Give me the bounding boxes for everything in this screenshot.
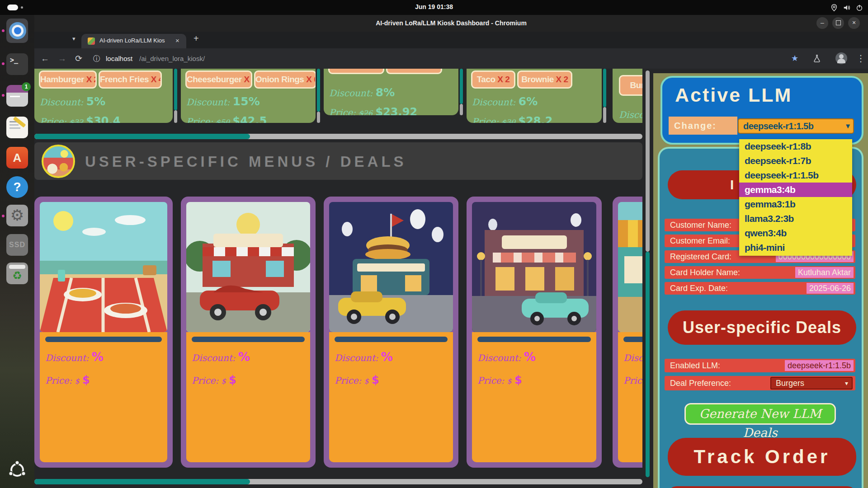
running-dot [2,62,5,65]
deal-info-panel: Discount: % Price: $ $ [618,332,642,462]
deals-section-header: USER-SPECIFIC MENUS / DEALS [34,142,642,180]
tab-strip: ▾ AI-driven LoRa/LLM Kios × + [34,32,868,48]
generate-deals-button[interactable]: Generate New LLM Deals [684,403,836,425]
reload-button[interactable]: ⟳ [75,48,82,69]
tab-close-icon[interactable]: × [175,37,179,44]
deal-card[interactable]: Discount: % Price: $ $ [467,197,602,468]
avatar-body [837,59,845,63]
minimize-button[interactable]: – [816,17,828,29]
deal-card[interactable]: Discount: % Price: $ $ [324,197,458,468]
dock-chromium-icon[interactable] [6,19,28,43]
card-scrollbar-track[interactable] [460,104,463,115]
back-button[interactable]: ← [41,48,49,69]
order-card: Cheeseburger X 2 Onion Rings X 6 Discoun… [181,69,316,123]
horizontal-scrollbar-thumb[interactable] [34,479,250,484]
field-label: Customer Name: [665,221,731,230]
dock-ssd-drive-icon[interactable]: SSD [6,234,28,256]
dock-text-editor-icon[interactable] [6,117,28,138]
deal-progress-bar [623,337,642,342]
running-dot [2,94,5,97]
vertical-scrollbar-thumb[interactable] [646,252,650,477]
experiments-flask-icon[interactable] [813,54,821,62]
card-exp-row[interactable]: Card Exp. Date: 2025-06-26 [665,282,855,295]
horizontal-scrollbar-track[interactable] [34,134,642,139]
llm-select-value: deepseek-r1:1.5b [743,121,813,131]
horizontal-scrollbar-track[interactable] [34,479,642,484]
card-holder-row[interactable]: Card Holder Name: Kutluhan Aktar [665,266,855,279]
url-host[interactable]: localhost [106,48,132,69]
partial-bottom-button[interactable] [668,486,856,488]
active-llm-box: Active LLM Change: deepseek-r1:1.5b ▾ [660,76,863,145]
deal-card[interactable]: Discount: % Price: $ $ [613,197,642,468]
dock-terminal-icon[interactable]: >_ [6,53,28,75]
deal-info-panel: Discount: % Price: $ $ [472,332,596,462]
llm-option-highlighted[interactable]: gemma3:4b [739,183,852,197]
card-scrollbar[interactable] [317,69,320,112]
browser-tab[interactable]: AI-driven LoRa/LLM Kios × [81,34,186,48]
dock-help-icon[interactable]: ? [6,176,28,198]
dock-settings-icon[interactable]: ⚙ [6,205,28,226]
chevron-down-icon: ▾ [845,378,848,389]
item-tag: Onion Rings X 6 [254,70,316,89]
power-icon[interactable] [855,4,863,12]
track-order-button[interactable]: Track Order [668,438,856,476]
llm-option[interactable]: deepseek-r1:8b [739,139,852,154]
card-scrollbar[interactable] [460,69,463,104]
card-scrollbar[interactable] [603,69,606,107]
deal-progress-bar [335,337,448,342]
item-tag: Taco X 2 [471,70,515,89]
llm-option[interactable]: qwen3:4b [739,226,852,240]
menus-scroll-area: Hamburger X 2 French Fries X 4 Discount:… [34,69,642,488]
url-path[interactable]: /ai_driven_lora_kiosk/ [139,48,205,69]
field-label: Enabled LLM: [665,361,720,370]
bookmark-star-icon[interactable]: ★ [791,48,798,69]
dock: >_ 1 A ? ⚙ SSD ♻ [0,15,34,488]
chevron-down-icon: ▾ [846,119,849,133]
dock-trash-icon[interactable]: ♻ [6,263,28,284]
deal-image [472,202,596,332]
change-label: Change: [669,117,737,135]
card-scrollbar[interactable] [174,69,177,110]
deal-image [618,202,642,332]
deal-progress-bar [45,337,162,342]
field-value: Kutluhan Aktar [795,267,854,278]
deal-preference-select[interactable]: Burgers ▾ [770,377,853,389]
user-specific-deals-button[interactable]: User-specific Deals [668,310,856,345]
menu-kebab-icon[interactable]: ⋮ [856,48,865,69]
vertical-scrollbar-track[interactable] [646,70,650,252]
volume-icon[interactable] [843,4,851,12]
forward-button[interactable]: → [58,48,66,69]
horizontal-scrollbar-thumb[interactable] [34,134,250,139]
active-llm-title: Active LLM [675,84,792,106]
dock-files-icon[interactable]: 1 [6,85,28,107]
profile-avatar[interactable] [835,52,847,64]
site-info-icon[interactable]: ⓘ [93,48,100,69]
llm-select[interactable]: deepseek-r1:1.5b ▾ [738,118,854,134]
clock[interactable]: Jun 19 01:38 [0,3,868,10]
maximize-button[interactable] [832,17,844,29]
field-label: Registered Card: [665,252,731,261]
llm-option[interactable]: gemma3:1b [739,197,852,211]
llm-option[interactable]: deepseek-r1:1.5b [739,168,852,183]
browser-toolbar: ← → ⟳ ⓘ localhost /ai_driven_lora_kiosk/… [34,48,868,69]
tab-search-chevron-icon[interactable]: ▾ [72,35,75,42]
card-scrollbar-track[interactable] [603,107,606,123]
ubuntu-logo-icon [7,460,27,480]
food-logo [42,145,75,178]
enabled-llm-row: Enabled LLM: deepseek-r1:1.5b [665,359,855,372]
llm-option[interactable]: llama3.2:3b [739,211,852,226]
field-label: Card Exp. Date: [665,284,728,293]
card-scrollbar-track[interactable] [317,112,320,123]
llm-option[interactable]: deepseek-r1:7b [739,154,852,168]
system-top-bar: Jun 19 01:38 [0,0,868,15]
new-tab-button[interactable]: + [193,33,199,44]
item-tag: Brownie X 2 [517,70,572,89]
dock-app-center-icon[interactable]: A [6,147,28,169]
llm-sidebar: Active LLM Change: deepseek-r1:1.5b ▾ I … [653,73,868,488]
close-button[interactable]: × [848,17,860,29]
llm-option[interactable]: phi4-mini [739,240,852,255]
deal-card[interactable]: Discount: % Price: $ $ [34,197,173,468]
deal-card[interactable]: Discount: % Price: $ $ [181,197,316,468]
card-scrollbar-track[interactable] [174,110,177,123]
llm-dropdown-menu: deepseek-r1:8b deepseek-r1:7b deepseek-r… [739,139,852,256]
